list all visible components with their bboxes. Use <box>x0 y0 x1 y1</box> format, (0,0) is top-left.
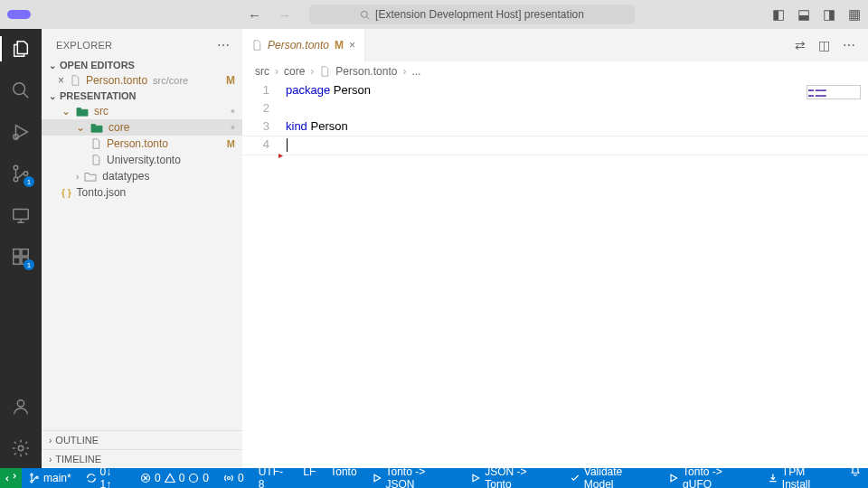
window-controls-pill[interactable] <box>7 10 31 19</box>
radio-icon <box>223 473 234 483</box>
command-center[interactable]: [Extension Development Host] presentatio… <box>309 5 635 24</box>
svg-point-0 <box>361 11 367 17</box>
status-cmd-validate[interactable]: Validate Model <box>562 465 661 488</box>
modified-dot-icon: • <box>231 105 235 117</box>
activity-run-debug[interactable] <box>10 121 32 143</box>
editor-tabs: Person.tonto M × ⇄ ◫ ⋯ <box>242 29 868 61</box>
editor-area: Person.tonto M × ⇄ ◫ ⋯ src › core › Pers… <box>242 29 868 468</box>
svg-point-24 <box>190 474 198 483</box>
error-icon <box>140 473 151 483</box>
code-editor[interactable]: 1 2 3 4 package Person kind Person ▸ ▬ ▬… <box>242 81 868 468</box>
activity-explorer[interactable] <box>10 38 32 60</box>
tree-file-person[interactable]: Person.tonto M <box>42 136 242 152</box>
activity-extensions[interactable]: 1 <box>10 246 32 267</box>
tree-file-tontojson[interactable]: { } Tonto.json <box>42 184 242 201</box>
file-icon <box>319 66 330 77</box>
debug-icon <box>11 122 31 142</box>
sidebar-more-icon[interactable]: ⋯ <box>217 38 231 52</box>
sidebar-explorer: EXPLORER ⋯ ⌄ OPEN EDITORS × Person.tonto… <box>42 29 242 468</box>
check-icon <box>570 473 580 483</box>
modified-badge: M <box>227 138 235 149</box>
section-open-editors[interactable]: ⌄ OPEN EDITORS <box>42 58 242 72</box>
svg-marker-28 <box>671 474 677 481</box>
search-icon <box>360 10 370 20</box>
activity-settings[interactable] <box>10 437 32 459</box>
svg-rect-13 <box>22 249 28 256</box>
file-icon <box>90 138 101 149</box>
ext-badge: 1 <box>24 259 34 270</box>
account-icon <box>11 397 31 417</box>
svg-marker-4 <box>16 126 28 139</box>
section-project[interactable]: ⌄ PRESENTATION <box>42 89 242 103</box>
chevron-right-icon: › <box>49 436 52 446</box>
breadcrumb-item[interactable]: core <box>284 65 305 78</box>
svg-marker-26 <box>374 474 381 481</box>
modified-badge: M <box>226 74 235 87</box>
error-marker-icon: ▸ <box>278 146 283 164</box>
close-icon[interactable]: × <box>349 39 355 52</box>
svg-point-17 <box>18 446 24 451</box>
svg-point-16 <box>17 400 24 407</box>
titlebar: ← → [Extension Development Host] present… <box>0 0 868 29</box>
status-encoding[interactable]: UTF-8 <box>251 465 297 488</box>
scm-badge: 1 <box>24 176 34 187</box>
tree-folder-datatypes[interactable]: › datatypes <box>42 168 242 184</box>
folder-open-icon <box>76 106 89 117</box>
breadcrumb-item[interactable]: src <box>255 65 269 78</box>
remote-icon <box>11 205 31 225</box>
svg-line-3 <box>24 93 29 99</box>
status-cmd-json-tonto[interactable]: JSON -> Tonto <box>463 465 562 488</box>
tree-folder-core[interactable]: ⌄ core • <box>42 119 242 136</box>
play-icon <box>470 473 481 483</box>
tab-more-icon[interactable]: ⋯ <box>843 38 855 52</box>
split-editor-icon[interactable]: ◫ <box>818 38 830 52</box>
gear-icon <box>11 438 31 458</box>
breadcrumb-item[interactable]: ... <box>411 65 420 78</box>
status-cmd-tpm[interactable]: TPM Install <box>760 465 843 488</box>
svg-marker-27 <box>473 474 479 481</box>
json-icon: { } <box>61 188 71 198</box>
activity-accounts[interactable] <box>10 396 32 418</box>
status-problems[interactable]: 0 0 0 <box>133 468 216 488</box>
play-icon <box>668 473 679 483</box>
layout-panel-icon[interactable]: ⬓ <box>797 6 810 23</box>
compare-changes-icon[interactable]: ⇄ <box>795 38 806 52</box>
svg-rect-9 <box>14 210 29 220</box>
download-icon <box>768 473 778 483</box>
svg-point-2 <box>14 83 25 95</box>
section-outline[interactable]: › OUTLINE <box>42 431 242 449</box>
status-cmd-gufo[interactable]: Tonto -> gUFO <box>661 465 760 488</box>
layout-secondary-icon[interactable]: ◨ <box>823 6 835 23</box>
layout-customize-icon[interactable]: ▦ <box>848 6 861 23</box>
chevron-right-icon: › <box>402 65 406 78</box>
status-cmd-tonto-json[interactable]: Tonto -> JSON <box>364 465 464 488</box>
status-ports[interactable]: 0 <box>216 468 251 488</box>
activity-remote[interactable] <box>10 204 32 226</box>
breadcrumb-item[interactable]: Person.tonto <box>335 65 397 78</box>
activity-scm[interactable]: 1 <box>10 163 32 184</box>
warning-icon <box>165 473 175 483</box>
code-lines[interactable]: package Person kind Person ▸ <box>282 81 868 468</box>
layout-primary-icon[interactable]: ◧ <box>772 6 785 23</box>
remote-icon <box>5 473 16 483</box>
tree-file-university[interactable]: University.tonto <box>42 152 242 168</box>
status-sync[interactable]: 0↓ 1↑ <box>79 468 133 488</box>
open-editor-item[interactable]: × Person.tonto src/core M <box>42 72 242 89</box>
nav-forward-icon: → <box>278 7 291 23</box>
branch-icon <box>29 473 40 483</box>
chevron-down-icon: ⌄ <box>76 121 85 134</box>
breadcrumbs[interactable]: src › core › Person.tonto › ... <box>242 61 868 81</box>
nav-back-icon[interactable]: ← <box>248 7 261 23</box>
status-remote[interactable] <box>0 468 22 488</box>
minimap[interactable]: ▬ ▬▬▬ ▬▬ <box>807 85 861 99</box>
svg-point-7 <box>14 177 18 182</box>
status-branch[interactable]: main* <box>22 468 79 488</box>
activity-search[interactable] <box>10 80 32 101</box>
tab-person[interactable]: Person.tonto M × <box>242 29 365 61</box>
section-timeline[interactable]: › TIMELINE <box>42 449 242 468</box>
file-icon <box>90 155 101 165</box>
chevron-right-icon: › <box>310 65 314 78</box>
svg-rect-12 <box>14 249 20 256</box>
close-icon[interactable]: × <box>58 74 64 87</box>
tree-folder-src[interactable]: ⌄ src • <box>42 103 242 119</box>
